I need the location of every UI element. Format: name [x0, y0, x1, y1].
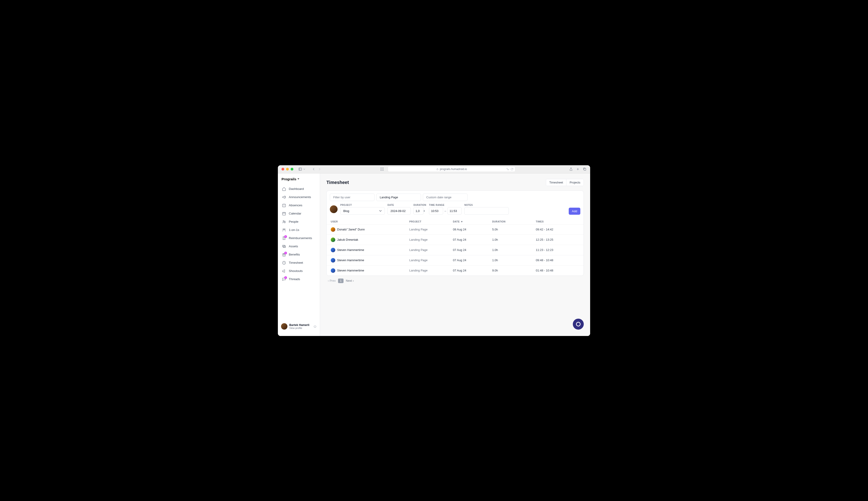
sidebar-item-threads[interactable]: 1Threads: [279, 275, 319, 283]
pagination-prev[interactable]: ‹ Prev: [328, 279, 336, 283]
sidebar-item-label: Dashboard: [289, 187, 304, 191]
close-window-button[interactable]: [281, 168, 284, 170]
sidebar-item-absences[interactable]: Absences: [279, 202, 319, 209]
svg-point-5: [381, 169, 381, 170]
cell-user: Steven Hammertime: [331, 268, 409, 273]
maximize-window-button[interactable]: [291, 168, 293, 170]
svg-point-2: [381, 168, 381, 168]
sidebar-item-benefits[interactable]: 1Benefits: [279, 251, 319, 258]
timesheet-card: Filter by user Landing Page Custom date …: [326, 191, 584, 276]
sidebar-item-assets[interactable]: Assets: [279, 243, 319, 250]
sidebar: Prograils DashboardAnnouncementsAbsences…: [278, 173, 320, 336]
sidebar-item-shoutouts[interactable]: Shoutouts: [279, 267, 319, 275]
cell-date: 07 Aug 24: [453, 269, 492, 272]
avatar: [281, 323, 287, 330]
sidebar-item-timesheet[interactable]: Timesheet: [279, 259, 319, 267]
label-duration: DURATION: [414, 204, 426, 206]
calendar-minus-icon: [282, 203, 286, 207]
svg-point-10: [383, 170, 384, 171]
filter-user[interactable]: Filter by user: [330, 193, 375, 201]
svg-point-8: [381, 170, 381, 171]
avatar: [331, 237, 335, 242]
current-user-avatar: [330, 205, 337, 213]
label-date: DATE: [387, 204, 411, 206]
back-button[interactable]: [312, 167, 316, 171]
traffic-lights: [281, 168, 293, 170]
new-tab-icon[interactable]: [576, 167, 580, 171]
cell-user: Jakub Drewniak: [331, 237, 409, 242]
cell-duration: 1.0h: [492, 238, 536, 242]
sidebar-item-people[interactable]: People: [279, 218, 319, 226]
announce-icon: [282, 195, 286, 199]
sidebar-item-calendar[interactable]: Calendar: [279, 210, 319, 217]
tab-projects[interactable]: Projects: [566, 179, 583, 186]
label-project: PROJECT: [340, 204, 385, 206]
forward-button[interactable]: [318, 167, 322, 171]
apps-grid-icon[interactable]: [381, 168, 384, 171]
sidebar-item-announcements[interactable]: Announcements: [279, 193, 319, 201]
cell-duration: 5.0h: [492, 228, 536, 231]
url-bar[interactable]: prograils.humadroid.io: [388, 167, 515, 172]
sidebar-item-label: Announcements: [289, 195, 311, 199]
time-separator: –: [444, 209, 446, 213]
svg-rect-30: [283, 246, 286, 247]
view-tabs: Timesheet Projects: [546, 179, 584, 186]
translate-icon[interactable]: [506, 168, 509, 170]
one-on-one-icon: [282, 228, 286, 232]
share-icon[interactable]: [569, 167, 573, 171]
project-select[interactable]: Blog: [340, 207, 385, 215]
add-button[interactable]: Add: [569, 207, 580, 215]
avatar: [331, 248, 335, 252]
reload-icon[interactable]: [511, 168, 513, 170]
sidebar-item-reimbursements[interactable]: 2Reimbursements: [279, 234, 319, 242]
duration-value: 1,0: [416, 209, 420, 213]
svg-rect-15: [282, 204, 286, 207]
power-icon[interactable]: [313, 325, 317, 328]
sidebar-item-1-on-1s[interactable]: 1-on-1s: [279, 226, 319, 234]
table-row[interactable]: Jakub Drewniak Landing Page 07 Aug 24 1.…: [326, 235, 583, 245]
filter-project[interactable]: Landing Page: [376, 193, 421, 201]
megaphone-icon: [282, 269, 286, 273]
pagination-next[interactable]: Next ›: [346, 279, 354, 283]
table-row[interactable]: Steven Hammertime Landing Page 07 Aug 24…: [326, 265, 583, 276]
sidebar-item-label: Reimbursements: [289, 236, 312, 240]
cell-date: 08 Aug 24: [453, 228, 492, 231]
tab-timesheet[interactable]: Timesheet: [546, 179, 566, 186]
th-duration: DURATION: [492, 220, 536, 223]
sidebar-item-dashboard[interactable]: Dashboard: [279, 185, 319, 193]
filter-date-range[interactable]: Custom date range: [423, 193, 468, 201]
browser-window: prograils.humadroid.io Prograils Dashboa…: [278, 165, 590, 336]
table-row[interactable]: Steven Hammertime Landing Page 07 Aug 24…: [326, 245, 583, 255]
date-value: 2024-09-02: [390, 209, 406, 213]
cell-times: 12:25 - 13:25: [536, 238, 579, 242]
cell-project: Landing Page: [409, 228, 453, 231]
nav-badge: 1: [284, 276, 287, 279]
table-header: USER PROJECT DATE ▼ DURATION TIMES: [326, 218, 583, 224]
svg-rect-14: [584, 169, 586, 170]
home-icon: [282, 187, 286, 191]
caret-down-icon: [297, 178, 300, 180]
time-from-input[interactable]: 10:53: [429, 207, 443, 215]
table-row[interactable]: Steven Hammertime Landing Page 07 Aug 24…: [326, 255, 583, 265]
org-selector[interactable]: Prograils: [278, 177, 320, 185]
th-date[interactable]: DATE ▼: [453, 220, 492, 223]
notes-input[interactable]: [464, 207, 509, 215]
user-name: Donald "Jared" Dunn: [337, 228, 365, 231]
time-to-input[interactable]: 11:53: [448, 207, 462, 215]
tabs-icon[interactable]: [583, 167, 587, 171]
chat-icon: [576, 322, 581, 327]
sort-desc-icon: ▼: [461, 220, 463, 223]
date-input[interactable]: 2024-09-02: [387, 207, 411, 215]
entry-form: PROJECT Blog DATE 2024-09-02 DURATION: [326, 204, 583, 218]
sidebar-item-label: Timesheet: [289, 261, 303, 264]
chat-fab[interactable]: [573, 319, 584, 330]
pagination: ‹ Prev 1 Next ›: [326, 276, 584, 283]
minimize-window-button[interactable]: [286, 168, 289, 170]
duration-input[interactable]: 1,0 ▴▾: [414, 207, 424, 215]
label-notes: NOTES: [464, 204, 566, 206]
sidebar-toggle[interactable]: [298, 167, 305, 171]
stepper-icon: ▴▾: [424, 210, 425, 212]
table-row[interactable]: Donald "Jared" Dunn Landing Page 08 Aug …: [326, 224, 583, 235]
nav-buttons: [312, 167, 322, 171]
profile-block[interactable]: Bartek Hamerli View profile: [278, 320, 320, 332]
